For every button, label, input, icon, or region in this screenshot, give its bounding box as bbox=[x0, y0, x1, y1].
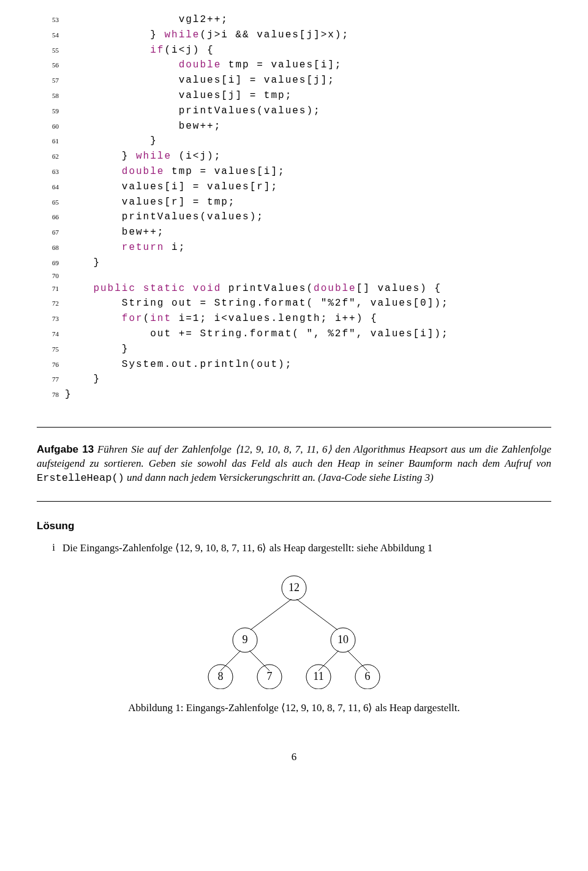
loesung-title: Lösung bbox=[37, 520, 551, 532]
line-number: 72 bbox=[37, 298, 65, 309]
code-text: if(i<j) { bbox=[65, 43, 214, 58]
line-number: 64 bbox=[37, 182, 65, 192]
code-listing: 53 vgl2++;54 } while(j>i && values[j]>x)… bbox=[37, 12, 551, 402]
rule-1 bbox=[37, 427, 551, 428]
line-number: 74 bbox=[37, 329, 65, 339]
line-number: 61 bbox=[37, 136, 65, 146]
line-number: 59 bbox=[37, 106, 65, 116]
code-text: } bbox=[65, 342, 129, 357]
line-number: 56 bbox=[37, 60, 65, 70]
code-line: 72 String out = String.format( "%2f", va… bbox=[37, 296, 551, 311]
code-line: 60 bew++; bbox=[37, 119, 551, 134]
code-line: 67 bew++; bbox=[37, 225, 551, 240]
line-number: 70 bbox=[37, 271, 65, 281]
code-text: public static void printValues(double[] … bbox=[65, 281, 442, 296]
heap-tree-figure: 12 9 10 8 7 11 6 12 9 10 bbox=[37, 567, 551, 689]
line-number: 55 bbox=[37, 45, 65, 56]
code-text: } bbox=[65, 134, 157, 149]
code-text: bew++; bbox=[65, 225, 164, 240]
code-text: } while(j>i && values[j]>x); bbox=[65, 28, 349, 43]
svg-line-1 bbox=[294, 597, 343, 634]
code-line: 59 printValues(values); bbox=[37, 104, 551, 119]
svg-text:9: 9 bbox=[243, 633, 248, 646]
code-text: values[i] = values[r]; bbox=[65, 179, 278, 195]
line-number: 53 bbox=[37, 15, 65, 25]
line-number: 68 bbox=[37, 243, 65, 253]
rule-2 bbox=[37, 501, 551, 502]
line-number: 71 bbox=[37, 284, 65, 294]
code-line: 63 double tmp = values[i]; bbox=[37, 164, 551, 179]
code-text: values[i] = values[j]; bbox=[65, 73, 335, 88]
loesung-item-i: i Die Eingangs-Zahlenfolge ⟨12, 9, 10, 8… bbox=[37, 541, 551, 554]
line-number: 63 bbox=[37, 167, 65, 177]
line-number: 65 bbox=[37, 197, 65, 208]
code-line: 66 printValues(values); bbox=[37, 209, 551, 225]
code-text: values[j] = tmp; bbox=[65, 88, 292, 104]
line-number: 73 bbox=[37, 314, 65, 324]
code-text: printValues(values); bbox=[65, 209, 264, 225]
code-text: } bbox=[65, 372, 100, 387]
code-text: vgl2++; bbox=[65, 12, 228, 28]
tree-node-lr: 7 bbox=[267, 670, 273, 682]
code-line: 78} bbox=[37, 387, 551, 402]
aufgabe-text-prefix: Führen Sie auf der Zahlenfolge ⟨12, 9, 1… bbox=[37, 443, 551, 469]
aufgabe-label: Aufgabe 13 bbox=[37, 443, 94, 455]
aufgabe-13-paragraph: Aufgabe 13 Führen Sie auf der Zahlenfolg… bbox=[37, 443, 551, 486]
code-text: } bbox=[65, 387, 72, 402]
line-number: 69 bbox=[37, 258, 65, 268]
line-number: 57 bbox=[37, 75, 65, 86]
svg-text:10: 10 bbox=[337, 633, 349, 646]
line-number: 75 bbox=[37, 344, 65, 355]
code-line: 70 bbox=[37, 271, 551, 281]
line-number: 62 bbox=[37, 151, 65, 162]
code-line: 55 if(i<j) { bbox=[37, 43, 551, 58]
code-line: 58 values[j] = tmp; bbox=[37, 88, 551, 104]
code-line: 73 for(int i=1; i<values.length; i++) { bbox=[37, 311, 551, 326]
tree-node-rr: 6 bbox=[365, 670, 371, 682]
code-text: System.out.println(out); bbox=[65, 357, 292, 372]
code-line: 56 double tmp = values[i]; bbox=[37, 58, 551, 73]
line-number: 58 bbox=[37, 91, 65, 101]
code-line: 74 out += String.format( ", %2f", values… bbox=[37, 326, 551, 342]
code-text: } bbox=[65, 255, 100, 271]
svg-line-0 bbox=[245, 597, 294, 634]
code-line: 62 } while (i<j); bbox=[37, 149, 551, 164]
line-number: 78 bbox=[37, 390, 65, 400]
code-line: 53 vgl2++; bbox=[37, 12, 551, 28]
page-number: 6 bbox=[37, 751, 551, 763]
code-line: 69 } bbox=[37, 255, 551, 271]
list-item-label: i bbox=[37, 541, 62, 554]
code-line: 65 values[r] = tmp; bbox=[37, 195, 551, 210]
code-line: 75 } bbox=[37, 342, 551, 357]
line-number: 76 bbox=[37, 360, 65, 370]
tree-node-rl: 11 bbox=[313, 670, 323, 682]
code-line: 61 } bbox=[37, 134, 551, 149]
code-line: 71 public static void printValues(double… bbox=[37, 281, 551, 296]
line-number: 66 bbox=[37, 212, 65, 222]
line-number: 54 bbox=[37, 30, 65, 40]
line-number: 77 bbox=[37, 374, 65, 385]
code-line: 64 values[i] = values[r]; bbox=[37, 179, 551, 195]
code-text: String out = String.format( "%2f", value… bbox=[65, 296, 448, 311]
list-item-text: Die Eingangs-Zahlenfolge ⟨12, 9, 10, 8, … bbox=[62, 541, 432, 554]
code-text: bew++; bbox=[65, 119, 221, 134]
code-text: printValues(values); bbox=[65, 104, 321, 119]
code-text: return i; bbox=[65, 240, 186, 255]
line-number: 60 bbox=[37, 121, 65, 132]
code-text: for(int i=1; i<values.length; i++) { bbox=[65, 311, 378, 326]
code-line: 68 return i; bbox=[37, 240, 551, 255]
code-text: } while (i<j); bbox=[65, 149, 221, 164]
figure-caption: Abbildung 1: Eingangs-Zahlenfolge ⟨12, 9… bbox=[37, 701, 551, 714]
code-text: double tmp = values[i]; bbox=[65, 58, 342, 73]
code-text: out += String.format( ", %2f", values[i]… bbox=[65, 326, 448, 342]
svg-text:12: 12 bbox=[288, 581, 300, 594]
aufgabe-text-suffix: und dann nach jedem Versickerungschritt … bbox=[124, 472, 434, 483]
code-line: 54 } while(j>i && values[j]>x); bbox=[37, 28, 551, 43]
code-line: 57 values[i] = values[j]; bbox=[37, 73, 551, 88]
code-text: double tmp = values[i]; bbox=[65, 164, 285, 179]
code-text: values[r] = tmp; bbox=[65, 195, 235, 210]
code-line: 76 System.out.println(out); bbox=[37, 357, 551, 372]
tree-node-ll: 8 bbox=[218, 670, 224, 682]
line-number: 67 bbox=[37, 227, 65, 238]
code-line: 77 } bbox=[37, 372, 551, 387]
